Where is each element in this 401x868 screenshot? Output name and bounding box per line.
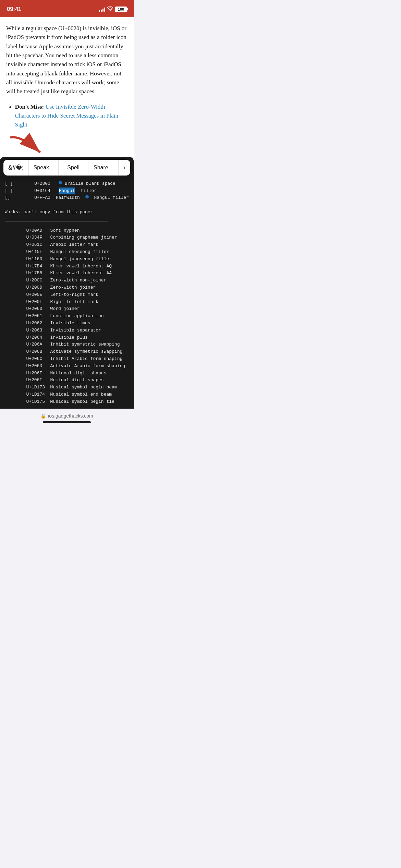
- wifi-icon: [107, 7, 113, 12]
- terminal-row-hangul: [ ] U+3164 Hangul filler: [5, 188, 129, 195]
- status-bar: 09:41 100: [0, 0, 134, 17]
- terminal-section-header: Works, can't copy from this page:: [5, 209, 129, 216]
- status-time: 09:41: [7, 6, 21, 13]
- terminal-row: U+200F Right-to-left mark: [5, 299, 129, 306]
- context-menu-speak[interactable]: Speak...: [29, 160, 59, 175]
- terminal-content: [ ] U+2800 Braille blank space [ ] U+316…: [0, 176, 134, 409]
- signal-icon: [99, 7, 105, 12]
- bullet-item: • Don't Miss: Use Invisible Zero-Width C…: [9, 103, 127, 130]
- terminal-row: U+115F Hangul choseong filler: [5, 249, 129, 256]
- terminal-row: U+17B5 Khmer vowel inherent AA: [5, 270, 129, 277]
- context-menu[interactable]: &#�; Speak... Spell Share... ›: [3, 160, 130, 176]
- bullet-bold-label: Don't Miss:: [15, 104, 44, 110]
- hangul-highlight: Hangul: [59, 188, 75, 195]
- terminal-row: U+1D175 Musical symbol begin tie: [5, 398, 129, 406]
- terminal-block: &#�; Speak... Spell Share... › [ ] U+280…: [0, 157, 134, 409]
- terminal-row: U+2063 Invisible separator: [5, 327, 129, 334]
- context-menu-prev[interactable]: &#�;: [3, 160, 29, 176]
- bullet-section: • Don't Miss: Use Invisible Zero-Width C…: [6, 103, 127, 130]
- terminal-row: U+17B4 Khmer vowel inherent AQ: [5, 263, 129, 270]
- terminal-row: U+200E Left-to-right mark: [5, 291, 129, 299]
- lock-icon: 🔒: [40, 413, 46, 419]
- terminal-row-braille: [ ] U+2800 Braille blank space: [5, 180, 129, 188]
- terminal-row: U+206E National digit shapes: [5, 370, 129, 377]
- terminal-row: U+206F Nominal digit shapes: [5, 377, 129, 384]
- terminal-row: U+200D Zero-width joiner: [5, 284, 129, 291]
- url-text: ios.gadgethacks.com: [48, 413, 93, 419]
- terminal-row: U+00AD Soft hyphen: [5, 227, 129, 234]
- terminal-row: U+034F Combining grapheme joiner: [5, 234, 129, 241]
- url-bar: 🔒 ios.gadgethacks.com: [7, 413, 127, 419]
- context-menu-next[interactable]: ›: [118, 160, 130, 175]
- browser-bar: 🔒 ios.gadgethacks.com: [0, 409, 134, 430]
- battery-icon: 100: [115, 7, 127, 12]
- terminal-row: U+1D174 Musical symbol end beam: [5, 391, 129, 398]
- terminal-row: U+061C Arabic letter mark: [5, 241, 129, 249]
- selection-handle-start: [59, 181, 62, 184]
- terminal-separator: ────────────────────────────────────────…: [5, 218, 129, 225]
- red-arrow-icon: [6, 133, 47, 157]
- terminal-row: U+2061 Function application: [5, 313, 129, 320]
- bullet-dot: •: [9, 103, 12, 112]
- terminal-row: U+2060 Word joiner: [5, 305, 129, 313]
- article-body-text: While a regular space (U+0020) is invisi…: [6, 24, 127, 96]
- terminal-row: U+206B Activate symmetric swapping: [5, 348, 129, 355]
- terminal-row: U+2062 Invisible times: [5, 320, 129, 327]
- arrow-annotation: [6, 136, 127, 157]
- terminal-row-halfwidth: [] U+FFA0 Halfwidth Hangul filler: [5, 194, 129, 202]
- selection-handle-end: [85, 195, 89, 198]
- terminal-row: U+206C Inhibit Arabic form shaping: [5, 355, 129, 363]
- terminal-cannot-copy-list: U+00AD Soft hyphen U+034F Combining grap…: [5, 227, 129, 406]
- terminal-row: U+1160 Hangul jungseong filler: [5, 256, 129, 263]
- bullet-text: Don't Miss: Use Invisible Zero-Width Cha…: [15, 103, 127, 130]
- terminal-row: U+206A Inhibit symmetric swapping: [5, 341, 129, 348]
- context-menu-share[interactable]: Share...: [88, 160, 118, 175]
- terminal-row: U+206D Activate Arabic form shaping: [5, 363, 129, 370]
- terminal-row: U+200C Zero-width non-joiner: [5, 277, 129, 284]
- home-indicator: [43, 421, 91, 423]
- article-content: While a regular space (U+0020) is invisi…: [0, 17, 134, 157]
- terminal-row: U+2064 Invisible plus: [5, 334, 129, 341]
- status-icons: 100: [99, 7, 127, 12]
- terminal-row: U+1D173 Musical symbol begin beam: [5, 384, 129, 391]
- context-menu-spell[interactable]: Spell: [59, 160, 88, 175]
